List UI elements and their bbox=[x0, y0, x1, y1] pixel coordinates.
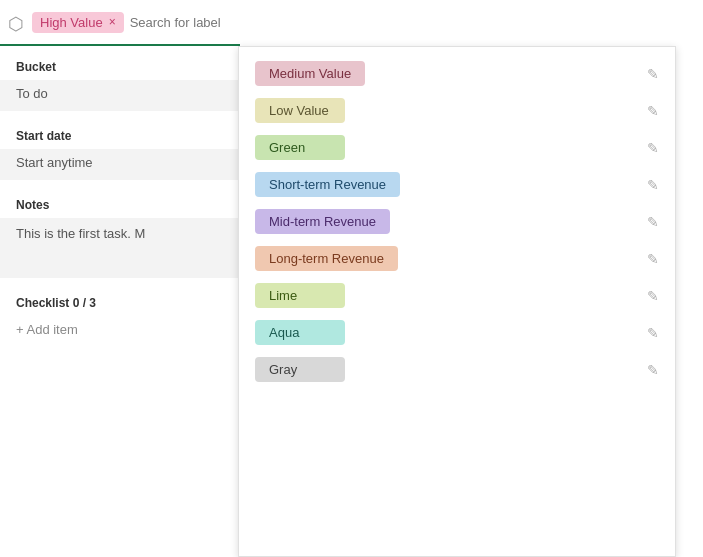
label-pill[interactable]: Gray bbox=[255, 357, 345, 382]
add-item-text: + Add item bbox=[16, 322, 78, 337]
chip-close-button[interactable]: × bbox=[109, 15, 116, 29]
label-search-bar: ⬡ High Value × bbox=[0, 0, 240, 46]
bucket-label: Bucket bbox=[0, 46, 240, 80]
label-pill[interactable]: Low Value bbox=[255, 98, 345, 123]
label-pill[interactable]: Long-term Revenue bbox=[255, 246, 398, 271]
chip-text: High Value bbox=[40, 15, 103, 30]
label-row[interactable]: Long-term Revenue✎ bbox=[239, 240, 675, 277]
edit-label-icon[interactable]: ✎ bbox=[647, 325, 659, 341]
label-row[interactable]: Low Value✎ bbox=[239, 92, 675, 129]
notes-value[interactable]: This is the first task. M bbox=[0, 218, 240, 278]
high-value-chip[interactable]: High Value × bbox=[32, 12, 124, 33]
edit-label-icon[interactable]: ✎ bbox=[647, 288, 659, 304]
task-detail-panel: ⬡ High Value × Bucket To do Start date S… bbox=[0, 0, 240, 557]
label-pill[interactable]: Aqua bbox=[255, 320, 345, 345]
label-tag-icon: ⬡ bbox=[8, 13, 26, 31]
label-pill[interactable]: Lime bbox=[255, 283, 345, 308]
checklist-label: Checklist 0 / 3 bbox=[0, 282, 240, 316]
edit-label-icon[interactable]: ✎ bbox=[647, 214, 659, 230]
label-row[interactable]: Aqua✎ bbox=[239, 314, 675, 351]
label-pill[interactable]: Short-term Revenue bbox=[255, 172, 400, 197]
start-date-label: Start date bbox=[0, 115, 240, 149]
add-checklist-item[interactable]: + Add item bbox=[0, 316, 240, 343]
label-row[interactable]: Short-term Revenue✎ bbox=[239, 166, 675, 203]
edit-label-icon[interactable]: ✎ bbox=[647, 103, 659, 119]
label-row[interactable]: Lime✎ bbox=[239, 277, 675, 314]
label-row[interactable]: Mid-term Revenue✎ bbox=[239, 203, 675, 240]
start-date-value: Start anytime bbox=[0, 149, 240, 180]
edit-label-icon[interactable]: ✎ bbox=[647, 140, 659, 156]
label-row[interactable]: Medium Value✎ bbox=[239, 55, 675, 92]
notes-label: Notes bbox=[0, 184, 240, 218]
label-row[interactable]: Green✎ bbox=[239, 129, 675, 166]
bucket-value: To do bbox=[0, 80, 240, 111]
edit-label-icon[interactable]: ✎ bbox=[647, 251, 659, 267]
label-pill[interactable]: Mid-term Revenue bbox=[255, 209, 390, 234]
label-pill[interactable]: Medium Value bbox=[255, 61, 365, 86]
search-input[interactable] bbox=[130, 15, 298, 30]
label-pill[interactable]: Green bbox=[255, 135, 345, 160]
edit-label-icon[interactable]: ✎ bbox=[647, 362, 659, 378]
edit-label-icon[interactable]: ✎ bbox=[647, 66, 659, 82]
edit-label-icon[interactable]: ✎ bbox=[647, 177, 659, 193]
label-dropdown-panel: Medium Value✎Low Value✎Green✎Short-term … bbox=[238, 46, 676, 557]
label-row[interactable]: Gray✎ bbox=[239, 351, 675, 388]
label-list-scroll[interactable]: Medium Value✎Low Value✎Green✎Short-term … bbox=[239, 47, 675, 556]
